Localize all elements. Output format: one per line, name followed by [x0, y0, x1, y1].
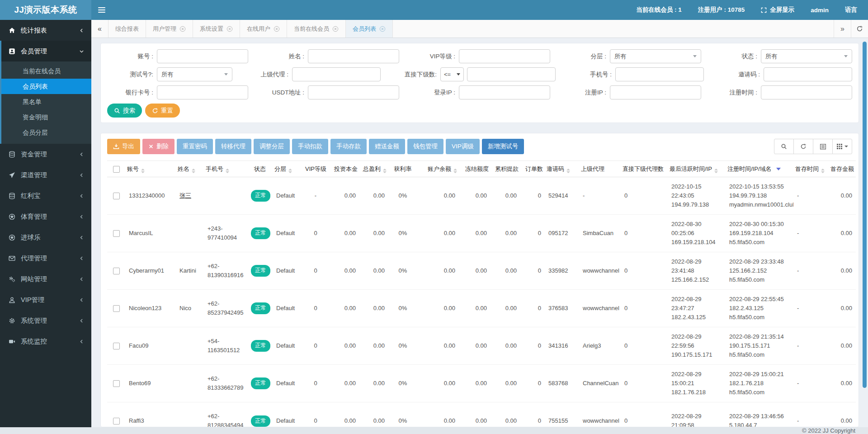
sidebar-subitem-member-list[interactable]: 会员列表 — [1, 79, 91, 94]
search-button[interactable]: 搜索 — [107, 104, 142, 118]
usdt-address-input[interactable] — [308, 85, 399, 99]
wallet-manage-button[interactable]: 钱包管理 — [407, 139, 443, 154]
layer-select[interactable]: 所有 — [610, 49, 701, 63]
register-info-cell: 2022-08-29 13:46:56 5.180.44.7 — [726, 402, 793, 428]
col-account[interactable]: 账号 — [125, 161, 176, 177]
refresh-button[interactable] — [793, 139, 813, 154]
tab-系统设置[interactable]: 系统设置 — [193, 20, 240, 38]
sidebar-item-bonus[interactable]: 红利宝 — [0, 185, 91, 206]
sidebar-item-website[interactable]: 网站管理 — [0, 269, 91, 289]
col-phone[interactable]: 手机号 — [204, 161, 247, 177]
column-label: 首存时间 — [795, 165, 819, 172]
tab-refresh-button[interactable] — [851, 20, 868, 38]
fullscreen-button[interactable]: 全屏显示 — [761, 6, 794, 14]
sidebar-toggle-button[interactable] — [91, 0, 112, 20]
field-real-name: 姓名 : — [258, 49, 399, 63]
adjust-layer-button[interactable]: 调整分层 — [254, 139, 290, 154]
invest-capital-cell: 0.00 — [328, 215, 359, 252]
vertical-scrollbar-thumb[interactable] — [863, 42, 867, 388]
row-checkbox[interactable] — [113, 230, 120, 237]
sidebar-item-vip[interactable]: VIP管理 — [0, 289, 91, 310]
col-last-active[interactable]: 最后活跃时间/IP — [668, 161, 726, 177]
col-invite-code[interactable]: 邀请码 — [545, 161, 579, 177]
member-name-link[interactable]: 张三 — [179, 192, 191, 199]
sidebar-subitem-blacklist[interactable]: 黑名单 — [1, 94, 91, 109]
column-label: 邀请码 — [547, 165, 564, 172]
col-balance[interactable]: 账户余额 — [417, 161, 459, 177]
search-button[interactable] — [774, 139, 794, 154]
column-label: 上级代理 — [581, 165, 604, 172]
vip-adjust-button[interactable]: VIP调级 — [446, 139, 480, 154]
sidebar-item-funds[interactable]: 资金管理 — [0, 144, 91, 165]
account-input[interactable] — [157, 49, 248, 63]
sidebar-subitem-member-layers[interactable]: 会员分层 — [1, 125, 91, 140]
sidebar-item-goal-fun[interactable]: 进球乐 — [0, 227, 91, 248]
sidebar-item-monitor[interactable]: 系统监控 — [0, 331, 91, 352]
col-total-profit[interactable]: 总盈利 — [359, 161, 388, 177]
tab-用户管理[interactable]: 用户管理 — [146, 20, 193, 38]
status-select[interactable]: 所有 — [761, 49, 852, 63]
register-time-label: 注册时间 : — [711, 89, 761, 97]
horizontal-scrollbar-track[interactable]: © 2022 JJ Copyright — [0, 427, 868, 434]
phone-input[interactable] — [615, 67, 704, 81]
add-test-account-button[interactable]: 新增测试号 — [482, 139, 524, 154]
tab-在线用户[interactable]: 在线用户 — [240, 20, 287, 38]
register-ip-input[interactable] — [610, 85, 701, 99]
detail-view-button[interactable] — [813, 139, 833, 154]
col-layer[interactable]: 分层 — [273, 161, 303, 177]
tab-综合报表[interactable]: 综合报表 — [108, 20, 146, 38]
sidebar-item-sports[interactable]: 体育管理 — [0, 206, 91, 227]
transfer-agent-button[interactable]: 转移代理 — [215, 139, 251, 154]
row-checkbox[interactable] — [113, 380, 120, 387]
reset-password-button[interactable]: 重置密码 — [177, 139, 213, 154]
sidebar-item-agents[interactable]: 代理管理 — [0, 248, 91, 269]
real-name-input[interactable] — [308, 49, 399, 63]
tabs-scroll-left-button[interactable]: « — [91, 20, 108, 38]
language-menu[interactable]: 语言 — [845, 6, 857, 14]
is-test-select[interactable]: 所有 — [157, 67, 232, 81]
manual-deposit-button[interactable]: 手动存款 — [330, 139, 367, 154]
bank-card-label: 银行卡号 : — [107, 89, 157, 97]
tab-当前在线会员[interactable]: 当前在线会员 — [287, 20, 346, 38]
tab-会员列表[interactable]: 会员列表 — [346, 20, 393, 38]
register-time-input[interactable] — [761, 85, 852, 99]
name-cell — [176, 215, 204, 252]
grid-view-button[interactable] — [832, 139, 852, 154]
account-cell: Facu09 — [125, 327, 176, 365]
direct-subordinates-operator-select[interactable]: <= — [440, 67, 464, 81]
sidebar-item-members[interactable]: 会员管理 — [1, 41, 91, 61]
invite-code-input[interactable] — [764, 67, 852, 81]
manual-deduct-button[interactable]: 手动扣款 — [292, 139, 328, 154]
sidebar-subitem-fund-details[interactable]: 资金明细 — [1, 109, 91, 125]
direct-subordinates-input[interactable] — [467, 67, 556, 81]
row-checkbox[interactable] — [113, 305, 120, 312]
row-checkbox[interactable] — [113, 343, 120, 349]
reset-button[interactable]: 重置 — [145, 104, 180, 118]
login-ip-input[interactable] — [459, 85, 550, 99]
col-register-info[interactable]: 注册时间/IP/域名 — [726, 161, 793, 177]
field-register-time: 注册时间 : — [711, 85, 852, 99]
col-first-deposit-time[interactable]: 首存时间 — [793, 161, 829, 177]
parent-agent-input[interactable] — [292, 67, 381, 81]
sort-icon — [821, 169, 825, 173]
vip-level-input[interactable] — [459, 49, 550, 63]
gift-amount-button[interactable]: 赠送金额 — [369, 139, 405, 154]
row-checkbox[interactable] — [113, 193, 120, 199]
user-menu[interactable]: admin — [811, 7, 829, 14]
sidebar-subitem-online-members[interactable]: 当前在线会员 — [1, 63, 91, 79]
operator-value: <= — [444, 71, 454, 78]
tabs-scroll-right-button[interactable]: » — [834, 20, 851, 38]
export-button[interactable]: 导出 — [107, 139, 140, 154]
select-cell — [107, 327, 125, 365]
database-icon — [9, 193, 16, 199]
select-all-checkbox[interactable] — [113, 166, 120, 173]
row-checkbox[interactable] — [113, 268, 120, 274]
row-checkbox[interactable] — [113, 418, 120, 425]
field-account: 账号 : — [107, 49, 248, 63]
bank-card-input[interactable] — [157, 85, 248, 99]
delete-button[interactable]: 删除 — [142, 139, 175, 154]
sidebar-item-channels[interactable]: 渠道管理 — [0, 165, 91, 185]
sidebar-item-system[interactable]: 系统管理 — [0, 310, 91, 331]
col-name[interactable]: 姓名 — [176, 161, 204, 177]
sidebar-item-reports[interactable]: 统计报表 — [0, 20, 91, 41]
